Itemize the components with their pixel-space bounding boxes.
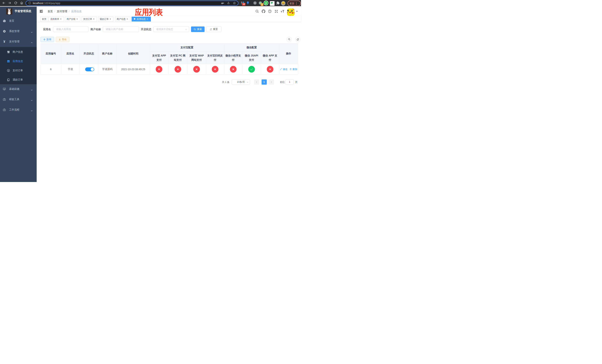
svg-text:¥: ¥ xyxy=(8,70,9,72)
svg-text:y: y xyxy=(265,1,267,4)
svg-text:¥: ¥ xyxy=(3,40,5,43)
